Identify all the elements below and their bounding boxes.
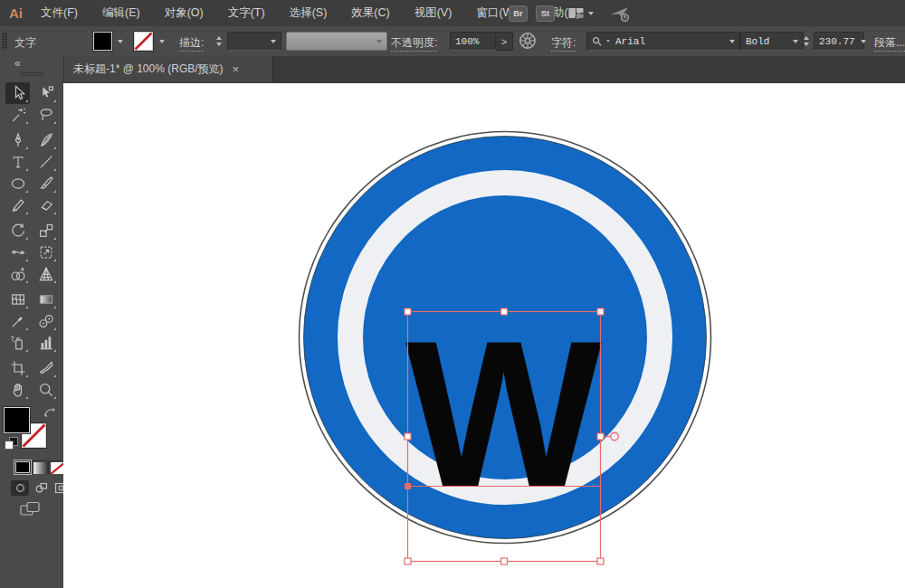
selection-handle-bottom-right[interactable] [597,558,604,564]
selection-handle-top-center[interactable] [501,308,508,315]
character-panel-label[interactable]: 字符: [551,35,576,52]
document-tab[interactable]: 未标题-1* @ 100% (RGB/预览) × [63,56,273,82]
fill-color-menu-button[interactable] [114,32,127,51]
color-mode-button[interactable] [15,461,30,473]
baseline-anchor-point[interactable] [405,484,411,489]
selection-handle-bottom-left[interactable] [405,558,411,564]
selection-handle-bottom-center[interactable] [501,558,508,564]
gradient-mode-button[interactable] [33,461,48,473]
variable-width-profile-select [286,32,387,51]
font-style-value: Bold [746,36,789,47]
direct-selection-tool[interactable] [33,82,58,104]
menu-bar-right: Br St [509,0,631,26]
bridge-button[interactable]: Br [509,5,528,22]
selection-handle-mid-right[interactable] [597,433,604,440]
cs-live-icon[interactable] [609,5,631,23]
chevron-down-icon [118,40,123,43]
step-up-icon [804,36,809,40]
chevron-down-icon [793,40,798,43]
pen-tool[interactable] [5,129,30,151]
menu-item-1[interactable]: 编辑(E) [94,0,148,26]
document-tab-bar: 未标题-1* @ 100% (RGB/预览) × [63,56,905,84]
line-segment-tool[interactable] [33,151,58,173]
tools-grid [5,82,58,401]
control-bar: 文字 描边: 不透明度: 100% > [0,26,905,57]
hand-tool[interactable] [5,379,30,401]
shape-builder-tool[interactable] [5,263,30,285]
workspace-switcher-icon [568,7,584,19]
collapse-panel-button[interactable]: « [14,57,21,70]
tools-grip[interactable] [20,71,43,76]
opacity-input[interactable]: 100% [450,32,500,51]
gradient-tool[interactable] [33,289,58,310]
menu-item-6[interactable]: 视图(V) [406,0,461,26]
type-tool[interactable] [5,151,30,173]
stroke-color-swatch[interactable] [134,32,153,51]
perspective-grid-tool[interactable] [33,263,58,285]
draw-normal-button[interactable] [11,480,29,496]
rotate-tool[interactable] [5,220,30,242]
menu-item-0[interactable]: 文件(F) [33,0,86,26]
artboard[interactable]: W [63,83,905,588]
panel-grip[interactable] [2,33,7,50]
font-family-select[interactable]: Arial [586,32,740,51]
eyedropper-tool[interactable] [5,310,30,332]
font-style-select[interactable]: Bold [740,32,804,51]
mesh-tool[interactable] [5,289,30,310]
free-transform-tool[interactable] [33,242,58,263]
letter-w-text[interactable]: W [405,298,602,530]
selection-tool[interactable] [5,82,30,104]
tools-panel: « [0,56,64,588]
width-tool[interactable] [5,242,30,263]
eraser-tool[interactable] [33,194,58,216]
fill-color-swatch[interactable] [93,32,112,51]
artboard-canvas[interactable]: W [63,83,905,588]
swap-fill-stroke-icon[interactable] [43,406,57,418]
draw-behind-button[interactable] [32,480,50,496]
step-up-icon [216,36,222,40]
menu-item-5[interactable]: 效果(C) [343,0,397,26]
font-name-value: Arial [615,36,726,47]
paintbrush-tool[interactable] [33,173,58,194]
opacity-menu-button[interactable]: > [495,32,513,51]
chevron-down-icon [588,12,594,15]
default-fill-stroke-icon[interactable] [5,437,18,450]
workspace-switcher[interactable] [568,7,594,19]
chevron-down-icon [729,40,735,43]
column-graph-tool[interactable] [33,332,58,354]
stroke-color-menu-button[interactable] [156,32,168,51]
illustrator-window: Ai 文件(F)编辑(E)对象(O)文字(T)选择(S)效果(C)视图(V)窗口… [0,0,905,588]
blend-tool[interactable] [33,310,58,332]
symbol-sprayer-tool[interactable] [5,332,30,354]
stroke-weight-stepper[interactable] [214,33,224,49]
magic-wand-tool[interactable] [5,104,30,126]
lasso-tool[interactable] [33,104,58,126]
sign-graphic[interactable]: W [300,132,711,544]
opacity-panel-label[interactable]: 不透明度: [391,35,437,52]
menu-item-4[interactable]: 选择(S) [281,0,336,26]
step-down-icon [216,43,222,46]
stroke-panel-label[interactable]: 描边: [179,35,204,52]
menu-item-2[interactable]: 对象(O) [157,0,212,26]
artboard-tool[interactable] [5,357,30,379]
pencil-tool[interactable] [5,194,30,216]
menu-item-3[interactable]: 文字(T) [220,0,273,26]
curvature-tool[interactable] [33,129,58,151]
slice-tool[interactable] [33,357,58,379]
ellipse-tool[interactable] [5,173,30,194]
font-size-stepper[interactable] [802,33,811,49]
zoom-tool[interactable] [33,379,58,401]
selection-handle-top-left[interactable] [405,308,411,315]
screen-mode-button[interactable] [20,501,41,517]
scale-tool[interactable] [33,220,58,242]
tab-close-icon[interactable]: × [233,63,240,75]
font-size-menu-button[interactable] [857,32,870,51]
paragraph-panel-label[interactable]: 段落... [874,35,905,52]
selection-handle-mid-left[interactable] [405,433,411,440]
selection-handle-top-right[interactable] [597,308,604,315]
font-size-value: 230.77 [819,36,859,47]
stroke-weight-select[interactable] [227,32,281,51]
stock-button[interactable]: St [536,5,555,22]
fill-swatch[interactable] [4,407,30,433]
recolor-artwork-icon[interactable] [518,31,538,51]
